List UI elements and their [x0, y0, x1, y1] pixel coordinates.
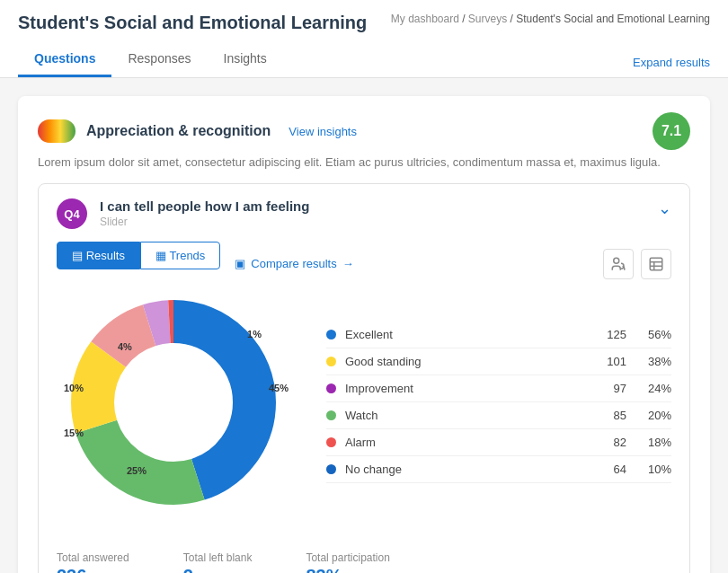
- legend-dot-improvement: [326, 383, 336, 393]
- sub-tabs: ▤ Results ▦ Trends: [57, 242, 220, 269]
- list-icon-button[interactable]: [641, 249, 671, 279]
- legend-label-improvement: Improvement: [345, 382, 582, 395]
- question-text: I can tell people how I am feeling: [100, 198, 309, 214]
- label-excellent: 45%: [269, 383, 289, 393]
- label-watch: 10%: [64, 383, 84, 393]
- legend-label-good: Good standing: [345, 355, 582, 368]
- legend-pct-nochange: 10%: [626, 463, 671, 476]
- stat-answered-label: Total answered: [57, 551, 129, 564]
- group-icon-button[interactable]: [603, 249, 634, 279]
- section-icon: [38, 119, 75, 143]
- legend-pct-improvement: 24%: [626, 382, 671, 395]
- donut-svg: [57, 286, 290, 519]
- stat-participation-label: Total participation: [306, 551, 389, 564]
- legend-dot-alarm: [326, 437, 336, 447]
- legend: Excellent 125 56% Good standing 101 38% …: [326, 322, 671, 483]
- main-content: Appreciation & recognition View insights…: [0, 78, 728, 573]
- donut-chart: 45% 25% 15% 10% 4% 1%: [57, 286, 290, 519]
- section-header: Appreciation & recognition View insights…: [38, 112, 690, 150]
- question-left: Q4 I can tell people how I am feeling Sl…: [57, 198, 309, 229]
- section-card: Appreciation & recognition View insights…: [18, 96, 710, 573]
- trends-icon: ▦: [155, 249, 166, 262]
- tab-questions[interactable]: Questions: [18, 42, 111, 77]
- breadcrumb-dashboard[interactable]: My dashboard: [391, 13, 459, 25]
- label-nochange: 1%: [247, 329, 262, 339]
- results-icon: ▤: [72, 249, 83, 262]
- question-header: Q4 I can tell people how I am feeling Sl…: [57, 198, 671, 229]
- breadcrumb: My dashboard / Surveys / Student's Socia…: [391, 13, 710, 25]
- legend-count-excellent: 125: [582, 328, 626, 341]
- legend-count-improvement: 97: [582, 382, 626, 395]
- legend-count-good: 101: [582, 355, 626, 368]
- chevron-down-icon[interactable]: ⌄: [658, 198, 671, 218]
- legend-dot-nochange: [326, 464, 336, 474]
- stat-participation: Total participation 83%: [306, 551, 389, 573]
- icon-buttons: [603, 249, 671, 279]
- legend-label-nochange: No change: [345, 463, 582, 476]
- donut-hole: [115, 344, 232, 461]
- legend-label-alarm: Alarm: [345, 436, 582, 449]
- stat-blank-label: Total left blank: [183, 551, 253, 564]
- legend-item-good: Good standing 101 38%: [326, 348, 671, 375]
- legend-count-watch: 85: [582, 409, 626, 422]
- compare-results-link[interactable]: ▣ Compare results →: [235, 257, 353, 270]
- legend-pct-good: 38%: [626, 355, 671, 368]
- compare-icon: ▣: [235, 257, 245, 270]
- question-type: Slider: [100, 216, 309, 228]
- legend-label-watch: Watch: [345, 409, 582, 422]
- section-title: Appreciation & recognition: [86, 123, 271, 139]
- stat-answered-value: 236: [57, 566, 129, 573]
- chart-area: 45% 25% 15% 10% 4% 1% Excellent 125 56%: [57, 286, 671, 519]
- legend-dot-excellent: [326, 330, 336, 339]
- view-insights-link[interactable]: View insights: [289, 125, 357, 138]
- breadcrumb-current: Student's Social and Emotional Learning: [516, 13, 710, 25]
- arrow-right-icon: →: [342, 257, 354, 270]
- legend-count-alarm: 82: [582, 436, 626, 449]
- svg-rect-1: [650, 258, 662, 270]
- stats-footer: Total answered 236 Total left blank 2 To…: [57, 539, 671, 573]
- legend-item-excellent: Excellent 125 56%: [326, 322, 671, 348]
- question-badge: Q4: [57, 198, 87, 229]
- svg-point-0: [614, 258, 619, 263]
- legend-item-nochange: No change 64 10%: [326, 456, 671, 483]
- section-header-left: Appreciation & recognition View insights: [38, 119, 357, 143]
- sub-tab-group: ▤ Results ▦ Trends ▣ Compare results →: [57, 242, 354, 286]
- legend-dot-good: [326, 357, 336, 366]
- stat-participation-value: 83%: [306, 566, 389, 573]
- stat-answered: Total answered 236: [57, 551, 129, 573]
- legend-pct-excellent: 56%: [626, 328, 671, 341]
- section-description: Lorem ipsum dolor sit amet, consectetur …: [38, 155, 690, 169]
- legend-pct-alarm: 18%: [626, 436, 671, 449]
- legend-pct-watch: 20%: [626, 409, 671, 422]
- legend-label-excellent: Excellent: [345, 328, 582, 341]
- stat-blank-value: 2: [183, 566, 253, 573]
- legend-dot-watch: [326, 410, 336, 420]
- score-badge: 7.1: [653, 112, 690, 150]
- label-alarm: 4%: [118, 341, 132, 352]
- sub-tab-results[interactable]: ▤ Results: [57, 242, 140, 269]
- tab-insights[interactable]: Insights: [208, 42, 283, 77]
- legend-count-nochange: 64: [582, 463, 626, 476]
- sub-tab-trends[interactable]: ▦ Trends: [140, 242, 220, 269]
- breadcrumb-surveys[interactable]: Surveys: [468, 13, 507, 25]
- stat-blank: Total left blank 2: [183, 551, 253, 573]
- label-improvement: 15%: [64, 428, 84, 438]
- tab-responses[interactable]: Responses: [111, 42, 207, 77]
- legend-item-alarm: Alarm 82 18%: [326, 429, 671, 456]
- tabs: Questions Responses Insights: [18, 42, 710, 77]
- question-card: Q4 I can tell people how I am feeling Sl…: [38, 183, 690, 573]
- sub-tabs-actions: ▤ Results ▦ Trends ▣ Compare results →: [57, 242, 671, 286]
- legend-item-improvement: Improvement 97 24%: [326, 375, 671, 402]
- legend-item-watch: Watch 85 20%: [326, 402, 671, 429]
- expand-results-button[interactable]: Expand results: [633, 56, 710, 69]
- label-good: 25%: [127, 465, 146, 476]
- question-info: I can tell people how I am feeling Slide…: [100, 198, 309, 228]
